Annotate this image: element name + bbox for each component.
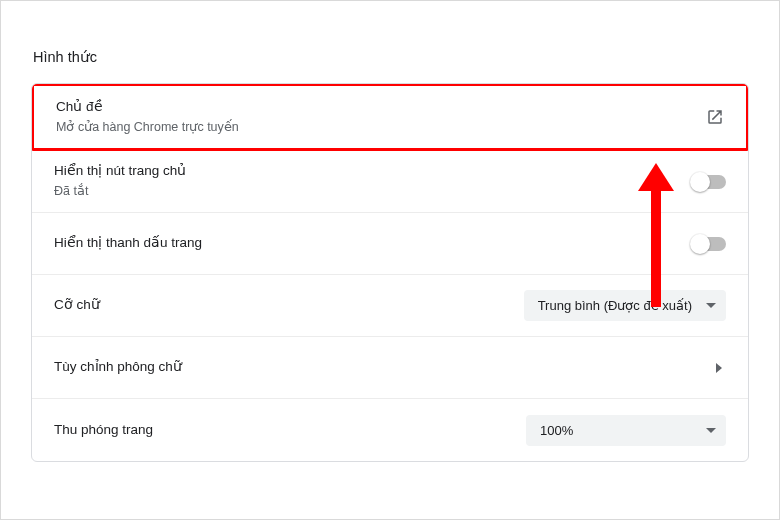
home-button-sublabel: Đã tắt — [54, 182, 692, 201]
home-button-text: Hiển thị nút trang chủ Đã tắt — [54, 162, 692, 201]
page-zoom-dropdown[interactable]: 100% — [526, 415, 726, 446]
theme-text: Chủ đề Mở cửa hàng Chrome trực tuyến — [56, 98, 706, 137]
customize-fonts-text: Tùy chỉnh phông chữ — [54, 358, 716, 377]
customize-fonts-row[interactable]: Tùy chỉnh phông chữ — [32, 337, 748, 399]
font-size-control: Trung bình (Được đề xuất) — [524, 290, 726, 321]
chevron-right-icon — [716, 363, 722, 373]
theme-label: Chủ đề — [56, 98, 706, 117]
font-size-value: Trung bình (Được đề xuất) — [538, 298, 692, 313]
theme-action[interactable] — [706, 108, 724, 126]
home-button-row: Hiển thị nút trang chủ Đã tắt — [32, 151, 748, 213]
home-button-label: Hiển thị nút trang chủ — [54, 162, 692, 181]
customize-fonts-control — [716, 363, 726, 373]
theme-row[interactable]: Chủ đề Mở cửa hàng Chrome trực tuyến — [31, 83, 749, 151]
settings-card: Chủ đề Mở cửa hàng Chrome trực tuyến Hiể… — [31, 83, 749, 462]
home-button-control — [692, 175, 726, 189]
open-in-new-icon — [706, 108, 724, 126]
font-size-row: Cỡ chữ Trung bình (Được đề xuất) — [32, 275, 748, 337]
section-title: Hình thức — [33, 49, 749, 65]
page-zoom-text: Thu phóng trang — [54, 421, 526, 440]
settings-appearance-panel: Hình thức Chủ đề Mở cửa hàng Chrome trực… — [0, 0, 780, 520]
page-zoom-control: 100% — [526, 415, 726, 446]
bookmarks-bar-text: Hiển thị thanh dấu trang — [54, 234, 692, 253]
page-zoom-value: 100% — [540, 423, 573, 438]
chevron-down-icon — [706, 303, 716, 308]
bookmarks-bar-row: Hiển thị thanh dấu trang — [32, 213, 748, 275]
page-zoom-row: Thu phóng trang 100% — [32, 399, 748, 461]
chevron-down-icon — [706, 428, 716, 433]
font-size-label: Cỡ chữ — [54, 296, 524, 315]
font-size-text: Cỡ chữ — [54, 296, 524, 315]
bookmarks-bar-control — [692, 237, 726, 251]
theme-sublabel: Mở cửa hàng Chrome trực tuyến — [56, 118, 706, 137]
bookmarks-bar-toggle[interactable] — [692, 237, 726, 251]
home-button-toggle[interactable] — [692, 175, 726, 189]
customize-fonts-label: Tùy chỉnh phông chữ — [54, 358, 716, 377]
font-size-dropdown[interactable]: Trung bình (Được đề xuất) — [524, 290, 726, 321]
page-zoom-label: Thu phóng trang — [54, 421, 526, 440]
bookmarks-bar-label: Hiển thị thanh dấu trang — [54, 234, 692, 253]
